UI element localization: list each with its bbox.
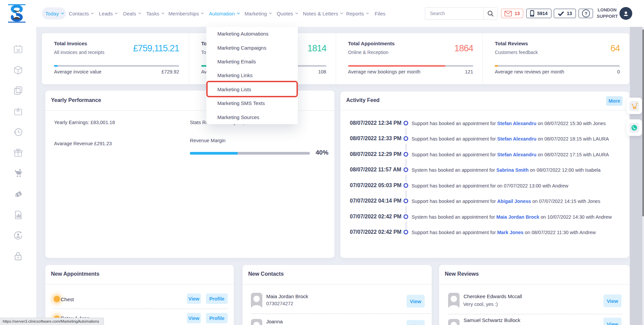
svg-text:12: 12 <box>16 49 20 52</box>
svg-text:?: ? <box>585 11 587 16</box>
